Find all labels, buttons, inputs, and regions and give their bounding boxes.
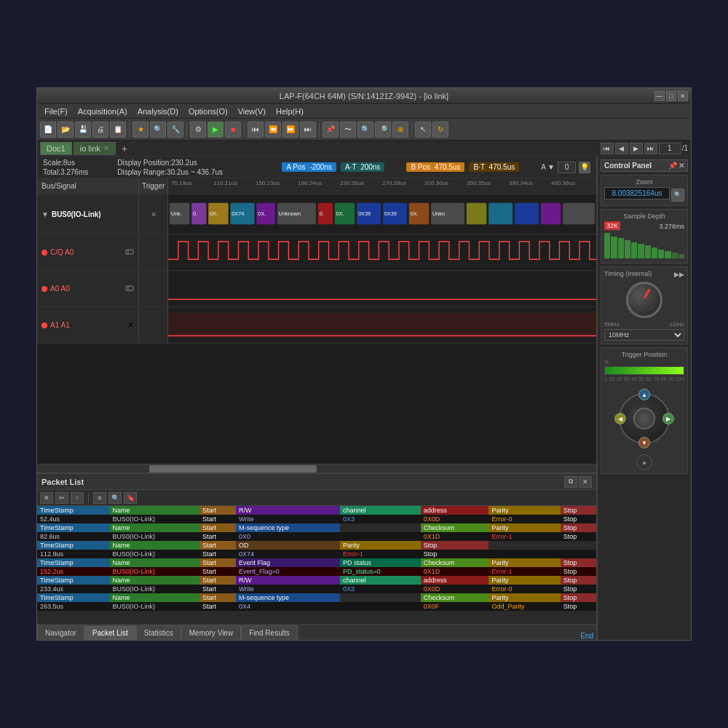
td4-name: BUS0(IO-Link) bbox=[110, 567, 199, 576]
rewind-btn[interactable]: ⏪ bbox=[265, 122, 281, 138]
btab-findresults[interactable]: Find Results bbox=[241, 625, 298, 640]
waveform-area: ▼ BUS0(IO-Link) ✕ Unk. bbox=[37, 194, 596, 464]
cq-icon[interactable] bbox=[125, 248, 134, 258]
menu-analysis[interactable]: Analysis(D) bbox=[133, 104, 183, 118]
zoom-out-btn[interactable]: 🔎 bbox=[375, 122, 391, 138]
search-btn[interactable]: 🔍 bbox=[150, 122, 166, 138]
th2-stop: Stop bbox=[561, 523, 596, 532]
h-scrollbar-thumb[interactable] bbox=[149, 465, 317, 472]
iolink-close-icon[interactable]: ✕ bbox=[103, 144, 109, 152]
menu-options[interactable]: Options(O) bbox=[184, 104, 232, 118]
pt-search-btn[interactable]: 🔍 bbox=[108, 492, 122, 504]
doc1-tab[interactable]: Doc1 bbox=[40, 142, 72, 155]
th6-stop: Stop bbox=[561, 593, 596, 602]
a0-icon[interactable] bbox=[125, 284, 134, 294]
btab-navigator[interactable]: Navigator bbox=[37, 625, 84, 640]
zoom-search-btn[interactable]: 🔍 bbox=[671, 189, 684, 202]
wave-btn[interactable]: 〜 bbox=[340, 122, 356, 138]
open-btn[interactable]: 📂 bbox=[58, 122, 74, 138]
a1-icon[interactable]: ✕ bbox=[127, 320, 134, 330]
th4-stop: Stop bbox=[561, 558, 596, 567]
tn-100: 100 bbox=[676, 376, 684, 381]
page-prev-btn[interactable]: ◀ bbox=[615, 143, 628, 154]
bus0-row: ▼ BUS0(IO-Link) ✕ Unk. bbox=[37, 194, 596, 234]
th4-name: Name bbox=[110, 558, 199, 567]
menu-acquisition[interactable]: Acquisition(A) bbox=[74, 104, 132, 118]
pt-scissors-btn[interactable]: ✂ bbox=[55, 492, 68, 504]
zoom-value[interactable]: 8.003825164us bbox=[604, 187, 670, 199]
bottom-tabs: Navigator Packet List Statistics Memory … bbox=[37, 624, 596, 640]
tool-btn[interactable]: 🔧 bbox=[167, 122, 183, 138]
save-btn[interactable]: 💾 bbox=[75, 122, 91, 138]
iolink-tab[interactable]: io link ✕ bbox=[74, 142, 116, 155]
mode-btn[interactable]: 💡 bbox=[579, 162, 590, 173]
print-btn[interactable]: 🖨 bbox=[92, 122, 108, 138]
packet-table-wrap[interactable]: TimeStamp Name Start R/W channel address… bbox=[37, 506, 596, 624]
next-btn[interactable]: ⏭ bbox=[300, 122, 316, 138]
tl-7: 350.35us bbox=[467, 180, 509, 186]
cq-canvas[interactable] bbox=[168, 234, 596, 270]
zoom-in-btn[interactable]: 🔍 bbox=[357, 122, 373, 138]
a1-canvas[interactable] bbox=[168, 307, 596, 343]
dial-bottom-btn[interactable]: ▼ bbox=[638, 437, 650, 448]
mode-input[interactable] bbox=[558, 162, 576, 173]
restore-btn[interactable]: □ bbox=[666, 91, 676, 101]
doc1-tab-label: Doc1 bbox=[47, 144, 66, 153]
copy-btn[interactable]: 📋 bbox=[110, 122, 126, 138]
stop-btn[interactable]: ■ bbox=[225, 122, 241, 138]
close-btn[interactable]: ✕ bbox=[678, 91, 688, 101]
pt-bookmark-btn[interactable]: 🔖 bbox=[124, 492, 137, 504]
prev-btn[interactable]: ⏮ bbox=[248, 122, 264, 138]
dial-left-btn[interactable]: ◀ bbox=[614, 413, 626, 424]
svg-rect-37 bbox=[168, 313, 596, 338]
page-next-btn[interactable]: ▶ bbox=[630, 143, 643, 154]
run-btn[interactable]: ▶ bbox=[207, 122, 223, 138]
star-btn[interactable]: ★ bbox=[132, 122, 149, 138]
page-last-btn[interactable]: ⏭ bbox=[644, 143, 657, 154]
menu-help[interactable]: Help(H) bbox=[272, 104, 308, 118]
timing-expand-icon[interactable]: ▶▶ bbox=[674, 271, 684, 278]
settings-btn[interactable]: ⚙ bbox=[190, 122, 206, 138]
pt-delete-btn[interactable]: ✕ bbox=[40, 492, 53, 504]
dial-top-btn[interactable]: ▲ bbox=[638, 389, 650, 400]
page-first-btn[interactable]: ⏮ bbox=[601, 143, 614, 154]
refresh-btn[interactable]: ↻ bbox=[432, 122, 448, 138]
zoom-sel-btn[interactable]: ⊕ bbox=[392, 122, 408, 138]
trigger-bar-wrap[interactable] bbox=[604, 366, 684, 375]
packet-close-btn[interactable]: ✕ bbox=[579, 476, 592, 488]
timing-knob[interactable] bbox=[626, 282, 662, 318]
td5-addr: 0X0D bbox=[421, 585, 489, 593]
control-dial[interactable]: ▲ ▶ ▼ ◀ bbox=[619, 393, 670, 444]
dial-center-btn[interactable]: ● bbox=[636, 454, 652, 470]
bus0-canvas[interactable]: Unk. 0. 0X. 0X74 0X. Unknown bbox=[168, 194, 596, 234]
btab-memoryview[interactable]: Memory View bbox=[181, 625, 241, 640]
tab-add-btn[interactable]: + bbox=[117, 143, 132, 154]
h-scrollbar[interactable] bbox=[37, 464, 596, 472]
menu-view[interactable]: View(V) bbox=[234, 104, 270, 118]
a0-trigger bbox=[139, 271, 168, 306]
cp-pin-icon[interactable]: 📌 bbox=[668, 162, 677, 170]
a0-canvas[interactable] bbox=[168, 271, 596, 306]
dial-right-btn[interactable]: ▶ bbox=[662, 413, 674, 424]
timing-section: Timing (Internal) ▶▶ 5MHz 1GHz 10MHz 5MH… bbox=[601, 266, 688, 344]
freq-select[interactable]: 10MHz 5MHz 20MHz bbox=[604, 329, 684, 341]
svg-rect-29 bbox=[563, 203, 595, 224]
marker-btn[interactable]: 📌 bbox=[323, 122, 339, 138]
packet-list-title: Packet List bbox=[41, 478, 84, 486]
bus0-expand-icon[interactable]: ▼ bbox=[41, 210, 49, 218]
th5-ts: TimeStamp bbox=[37, 576, 110, 585]
cp-close-icon[interactable]: ✕ bbox=[678, 162, 684, 170]
tn-90: 90 bbox=[668, 376, 674, 381]
new-btn[interactable]: 📄 bbox=[40, 122, 56, 138]
th3-empty1 bbox=[488, 541, 560, 550]
forward-btn[interactable]: ⏩ bbox=[282, 122, 298, 138]
menu-file[interactable]: File(F) bbox=[40, 104, 72, 118]
pt-export-btn[interactable]: ↑ bbox=[71, 492, 84, 504]
packet-float-btn[interactable]: ⧉ bbox=[564, 476, 577, 488]
page-number-input[interactable] bbox=[659, 143, 681, 154]
btab-statistics[interactable]: Statistics bbox=[136, 625, 181, 640]
pt-table-btn[interactable]: ≡ bbox=[93, 492, 106, 504]
btab-packetlist[interactable]: Packet List bbox=[84, 625, 136, 640]
cursor-btn[interactable]: ↖ bbox=[415, 122, 431, 138]
minimize-btn[interactable]: — bbox=[654, 91, 665, 101]
